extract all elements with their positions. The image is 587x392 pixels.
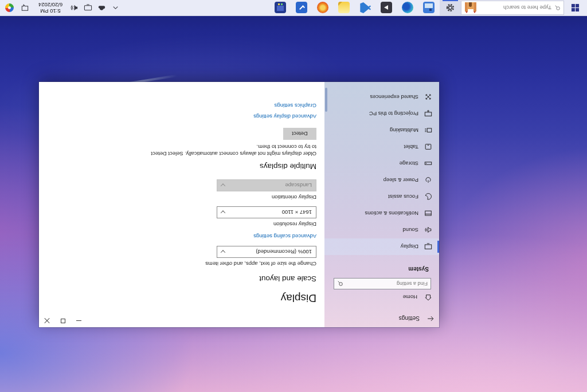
sidebar-item-display[interactable]: Display [324, 238, 439, 255]
sidebar-item-label: Power & sleep [383, 177, 418, 183]
sidebar-item-storage[interactable]: Storage [324, 155, 439, 172]
taskbar-app-store[interactable] [270, 0, 291, 15]
sidebar-item-sound[interactable]: Sound [324, 222, 439, 238]
flag-icon [473, 11, 476, 13]
monitor-icon [424, 243, 432, 251]
chevron-up-icon [112, 3, 120, 12]
taskbar-app-vscode[interactable] [355, 0, 376, 15]
graphics-settings-link[interactable]: Graphics settings [275, 103, 316, 109]
sidebar-item-label: Display [401, 244, 418, 250]
flag-icon [465, 11, 468, 13]
settings-sidebar: Settings Home System Display Sound [324, 82, 439, 327]
multiple-displays-heading: Multiple displays [127, 162, 316, 171]
taskbar-search-box[interactable] [461, 1, 564, 15]
sidebar-item-label: Focus assist [388, 194, 418, 200]
taskbar-app-settings[interactable] [440, 0, 461, 15]
file-explorer-icon [424, 2, 435, 14]
cloud-icon [98, 3, 107, 12]
speaker-icon [424, 226, 432, 234]
taskbar-app-movies-tv[interactable] [376, 0, 397, 15]
sidebar-item-label: Tablet [404, 144, 418, 150]
orientation-dropdown-value: Landscape [285, 182, 312, 189]
sidebar-item-projecting[interactable]: Projecting to this PC [324, 105, 439, 122]
screen: Settings Home System Display Sound [0, 0, 587, 392]
volume-tray-button[interactable] [68, 0, 81, 15]
media-player-icon [381, 2, 393, 14]
scale-layout-heading: Scale and layout [127, 274, 316, 284]
minimize-button[interactable] [71, 315, 87, 327]
cross-arrows-icon [424, 93, 432, 101]
settings-content: Display Scale and layout Change the size… [39, 82, 324, 327]
sidebar-item-label: Projecting to this PC [369, 111, 418, 117]
firefox-browser-icon [318, 2, 329, 14]
home-icon [424, 293, 432, 301]
minimize-icon [77, 321, 82, 322]
taskbar-search-input[interactable] [480, 5, 551, 11]
sidebar-nav: Display Sound Notifications & actions Fo… [324, 89, 439, 255]
sidebar-scrollbar-thumb[interactable] [325, 88, 327, 112]
tablet-icon [424, 143, 432, 151]
screen-person-icon [424, 110, 432, 118]
taskbar-app-file-explorer[interactable] [418, 0, 440, 15]
sticky-notes-icon [339, 2, 350, 14]
power-icon [424, 177, 432, 185]
sidebar-item-home[interactable]: Home [324, 289, 439, 305]
search-icon [337, 281, 343, 287]
back-button[interactable] [422, 310, 439, 327]
resolution-dropdown[interactable]: 1647 × 1100 [217, 206, 316, 218]
orientation-dropdown: Landscape [217, 179, 316, 191]
window-titlebar[interactable]: Settings [324, 310, 439, 327]
home-label: Home [403, 295, 417, 301]
scale-dropdown[interactable]: 100% (Recommended) [217, 246, 316, 258]
close-button[interactable] [39, 315, 55, 327]
action-center-button[interactable] [17, 0, 33, 15]
detect-button[interactable]: Detect [283, 128, 316, 140]
sidebar-item-label: Notifications & actions [365, 210, 418, 217]
scale-caption: Change the size of text, apps, and other… [127, 260, 316, 267]
sidebar-item-power-sleep[interactable]: Power & sleep [324, 172, 439, 189]
sidebar-item-focus-assist[interactable]: Focus assist [324, 189, 439, 205]
sidebar-item-multitasking[interactable]: Multitasking [324, 122, 439, 139]
advanced-scaling-link[interactable]: Advanced scaling settings [253, 233, 316, 240]
display-settings-body: Display Scale and layout Change the size… [127, 103, 316, 327]
sidebar-item-tablet[interactable]: Tablet [324, 139, 439, 155]
taskbar-app-sticky-notes[interactable] [334, 0, 355, 15]
maximize-icon [61, 319, 65, 323]
pinwheel-tray-button[interactable] [2, 0, 17, 15]
window-controls [39, 315, 87, 327]
maximize-button[interactable] [55, 315, 71, 327]
find-setting-box[interactable] [334, 278, 431, 289]
clock-date: 6/20/2024 [33, 2, 68, 8]
monitor-tray-icon [84, 3, 93, 12]
advanced-display-link[interactable]: Advanced display settings [253, 113, 316, 120]
search-highlight-building-icon[interactable] [464, 2, 477, 13]
taskbar-app-edge[interactable] [397, 0, 418, 15]
resolution-caption: Display resolution [127, 221, 316, 228]
onedrive-tray-button[interactable] [95, 0, 109, 15]
page-title: Display [127, 292, 316, 304]
settings-window: Settings Home System Display Sound [39, 82, 439, 327]
sidebar-item-label: Multitasking [390, 127, 418, 134]
code-editor-icon [360, 2, 371, 14]
display-tray-button[interactable] [81, 0, 95, 15]
drive-icon [424, 160, 432, 168]
taskbar: 5:10 PM 6/20/2024 [0, 0, 587, 16]
windows-panes-icon [424, 127, 432, 135]
multiple-displays-caption: Older displays might not always connect … [149, 143, 316, 157]
taskbar-app-firefox[interactable] [312, 0, 334, 15]
hidden-icons-button[interactable] [109, 0, 123, 15]
taskbar-spacer [123, 0, 270, 15]
find-setting-input[interactable] [343, 281, 428, 287]
rotated-desktop: Settings Home System Display Sound [0, 0, 587, 392]
start-button[interactable] [564, 0, 587, 15]
banner-icon [424, 210, 432, 218]
volume-icon [71, 3, 79, 12]
sidebar-item-notifications[interactable]: Notifications & actions [324, 205, 439, 222]
color-pinwheel-icon [6, 3, 14, 12]
search-icon [554, 5, 561, 11]
sidebar-item-shared-experiences[interactable]: Shared experiences [324, 89, 439, 105]
mail-check-icon [296, 2, 308, 14]
orientation-caption: Display orientation [127, 194, 316, 201]
taskbar-app-mail[interactable] [291, 0, 312, 15]
taskbar-clock[interactable]: 5:10 PM 6/20/2024 [33, 2, 68, 14]
